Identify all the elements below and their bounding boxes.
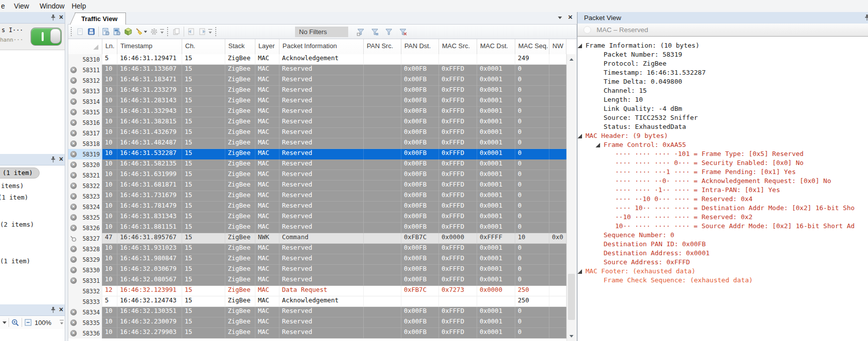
expand-triangle-icon[interactable] [577, 134, 582, 138]
copy-pages-icon[interactable] [172, 27, 181, 36]
traffic-row-58329[interactable]: ×583291016:46:31.98084715ZigBeeMACReserv… [68, 254, 566, 265]
menu-item-view[interactable]: View [14, 2, 29, 10]
packet-tree-line[interactable]: ···· ···· ···1 ···· = Frame Pending: [0x… [577, 167, 868, 177]
toolbar-grip[interactable] [215, 27, 217, 37]
traffic-row-58310[interactable]: 58310516:46:31.12947115ZigBeeMACAcknowle… [68, 54, 566, 65]
menu-item-window[interactable]: Window [40, 2, 65, 10]
tab-menu-icon[interactable] [558, 17, 562, 19]
packet-tree-line[interactable]: Source: TICC2532 Sniffer [577, 113, 868, 122]
traffic-row-58317[interactable]: ×583171016:46:31.43267915ZigBeeMACReserv… [68, 128, 566, 138]
dropdown-arrow-icon[interactable] [3, 321, 7, 324]
packet-tree-line[interactable]: Source Address: 0xFFFD [577, 258, 868, 267]
menu-item-help[interactable]: Help [72, 2, 86, 10]
scroll-up-icon[interactable] [567, 55, 576, 63]
traffic-row-58315[interactable]: ×583151016:46:31.33294315ZigBeeMACReserv… [68, 107, 566, 117]
filter-edit-icon[interactable] [370, 28, 379, 37]
traffic-row-58314[interactable]: ×583141016:46:31.28314315ZigBeeMACReserv… [68, 96, 566, 107]
column-header-ln[interactable]: Ln. [102, 39, 117, 54]
column-header-stack[interactable]: Stack [225, 39, 255, 54]
zoom-magnifier-icon[interactable] [11, 318, 20, 327]
column-header-mac-src[interactable]: MAC Src. [439, 39, 477, 54]
packet-tree-line[interactable]: ···· ···· ···· ·101 = Frame Type: [0x5] … [577, 149, 868, 158]
close-icon[interactable]: × [59, 13, 63, 22]
packet-tree-line[interactable]: Channel: 15 [577, 86, 868, 95]
traffic-row-58326[interactable]: ×583261016:46:31.88115115ZigBeeMACReserv… [68, 223, 566, 233]
packet-tree-line[interactable]: Frame Check Sequence: (exhausted data) [577, 276, 868, 285]
packet-tree-line[interactable]: Destination Address: 0x0001 [577, 249, 868, 258]
traffic-row-58311[interactable]: ×583111016:46:31.13360715ZigBeeMACReserv… [68, 65, 566, 75]
packet-tree-line[interactable]: Destination PAN ID: 0x00FB [577, 240, 868, 249]
column-header-mac-dst[interactable]: MAC Dst. [477, 39, 515, 54]
clear-broom-icon[interactable] [134, 27, 148, 36]
tree-item[interactable]: (1 item) [0, 194, 28, 201]
tree-item[interactable]: items) [1, 182, 24, 190]
filter-box[interactable]: No Filters [295, 27, 348, 37]
toolbar-grip[interactable] [167, 27, 169, 37]
packet-tree-line[interactable]: ···· 10·· ···· ···· = Destination Addr M… [577, 204, 868, 213]
traffic-row-58321[interactable]: ×583211016:46:31.63199915ZigBeeMACReserv… [68, 170, 566, 181]
traffic-row-58332[interactable]: 583321216:46:32.12399115ZigBeeMACData Re… [68, 286, 566, 296]
network-cube-icon[interactable] [123, 27, 132, 36]
column-header-mac-seq[interactable]: MAC Seq. [515, 39, 549, 54]
nav-back-icon[interactable] [187, 27, 196, 36]
traffic-row-58334[interactable]: ×583341016:46:32.13035115ZigBeeMACReserv… [68, 307, 566, 317]
traffic-row-58335[interactable]: ×583351016:46:32.23007915ZigBeeMACReserv… [68, 317, 566, 328]
filter-apply-icon[interactable] [384, 28, 393, 37]
packet-tree-line[interactable]: 10·· ···· ···· ···· = Source Addr Mode: … [577, 222, 868, 231]
close-icon[interactable]: × [59, 154, 63, 163]
traffic-row-58331[interactable]: ×583311016:46:32.08056715ZigBeeMACReserv… [68, 275, 566, 286]
column-header-layer[interactable]: Layer [255, 39, 279, 54]
packet-tree-line[interactable]: Time Delta: 0.049800 [577, 77, 868, 86]
menu-item-e[interactable]: e [1, 2, 5, 10]
traffic-row-58325[interactable]: ×583251016:46:31.83134315ZigBeeMACReserv… [68, 212, 566, 223]
packet-tree-line[interactable]: Timestamp: 16:46:31.532287 [577, 68, 868, 77]
tab-close-icon[interactable]: × [568, 13, 572, 21]
device-row[interactable]: s I··· hann··· [0, 24, 65, 50]
column-header-nw[interactable]: NW [549, 39, 566, 54]
packet-tree-line[interactable]: Protocol: ZigBee [577, 59, 868, 68]
expand-triangle-icon[interactable] [577, 269, 582, 274]
packet-tree-line[interactable]: Sequence Number: 0 [577, 231, 868, 240]
traffic-row-58313[interactable]: ×583131016:46:31.23327915ZigBeeMACReserv… [68, 86, 566, 96]
packet-tree-line[interactable]: Frame Control: 0xAA55 [577, 140, 868, 149]
pin-icon[interactable] [50, 156, 56, 163]
traffic-row-58324[interactable]: ×583241016:46:31.78147915ZigBeeMACReserv… [68, 202, 566, 212]
device-log-icon[interactable] [112, 27, 121, 36]
scroll-down-icon[interactable] [567, 332, 576, 340]
pin-icon[interactable] [50, 14, 56, 21]
packet-tree-line[interactable]: MAC Footer: (exhausted data) [577, 267, 868, 276]
expand-triangle-icon[interactable] [577, 44, 582, 48]
toggle-knob[interactable] [50, 29, 61, 44]
column-header-ch[interactable]: Ch. [182, 39, 225, 54]
column-header-gutter[interactable] [68, 39, 102, 54]
toolbar-overflow-icon[interactable] [208, 28, 213, 35]
traffic-row-58330[interactable]: ×583301016:46:32.03067915ZigBeeMACReserv… [68, 265, 566, 275]
toolbar-grip[interactable] [70, 27, 72, 37]
packet-tree-line[interactable]: ···· ··10 0··· ···· = Reserved: 0x4 [577, 195, 868, 204]
tree-item[interactable]: (1 item) [0, 257, 30, 265]
tab-traffic-view[interactable]: Traffic View [75, 13, 126, 25]
column-header-pan-src[interactable]: PAN Src. [364, 39, 401, 54]
traffic-row-58322[interactable]: ×583221016:46:31.68187115ZigBeeMACReserv… [68, 181, 566, 191]
traffic-row-58320[interactable]: ×583201016:46:31.58213515ZigBeeMACReserv… [68, 159, 566, 170]
column-header-timestamp[interactable]: Timestamp [117, 39, 182, 54]
packet-tree-line[interactable]: Length: 10 [577, 95, 868, 104]
filter-new-icon[interactable] [356, 28, 365, 37]
save-icon[interactable] [87, 27, 96, 36]
broom-dropdown-icon[interactable] [143, 31, 147, 33]
export-icon[interactable] [76, 27, 85, 36]
close-icon[interactable]: × [59, 305, 63, 314]
packet-tree-line[interactable]: ··10 ···· ···· ···· = Reserved: 0x2 [577, 213, 868, 222]
filter-clear-icon[interactable] [398, 28, 407, 37]
packet-tree-line[interactable]: Link Quality: -4 dBm [577, 104, 868, 113]
packet-tree-line[interactable]: ···· ···· ·1·· ···· = Intra-PAN: [0x1] Y… [577, 186, 868, 195]
expand-triangle-icon[interactable] [596, 143, 600, 147]
vertical-scrollbar[interactable] [566, 54, 576, 341]
packet-tree-line[interactable]: Frame Information: (10 bytes) [577, 41, 868, 50]
device-list-icon[interactable] [101, 27, 110, 36]
traffic-row-58336[interactable]: ×583361016:46:32.27990315ZigBeeMACReserv… [68, 328, 566, 338]
toolbar-overflow-icon[interactable] [59, 319, 64, 326]
scrollbar-thumb[interactable] [568, 274, 575, 320]
traffic-row-58333[interactable]: 58333516:46:32.12474315ZigBeeMACAcknowle… [68, 296, 566, 307]
pin-icon[interactable] [50, 306, 56, 313]
